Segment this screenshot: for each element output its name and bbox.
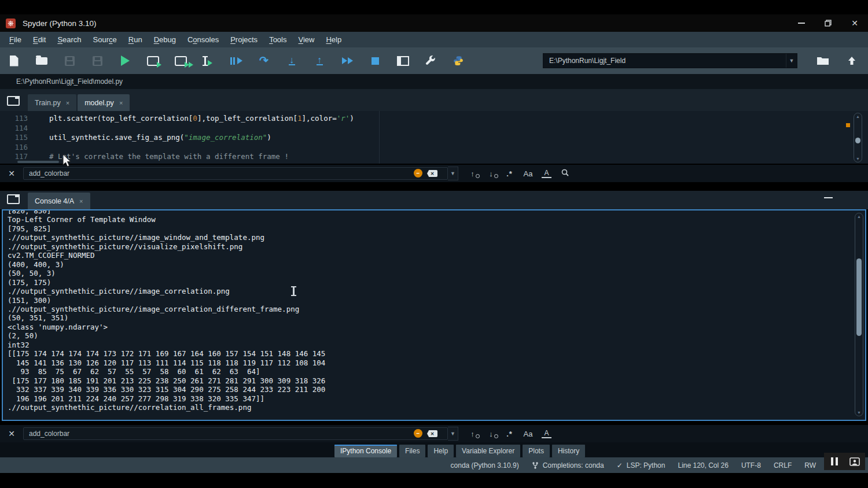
- minimize-button[interactable]: [788, 14, 815, 32]
- lsp-status[interactable]: ✓ LSP: Python: [617, 461, 665, 469]
- console-line: (2, 50): [8, 331, 325, 340]
- debug-file-button[interactable]: [227, 51, 245, 71]
- run-cell-button[interactable]: [144, 51, 162, 71]
- run-cell-advance-button[interactable]: [171, 51, 190, 71]
- console-vscroll-thumb[interactable]: [856, 258, 862, 336]
- whole-words-toggle[interactable]: A: [542, 429, 551, 438]
- run-icon: [121, 56, 130, 66]
- pythonpath-manager-button[interactable]: [449, 51, 468, 71]
- close-button[interactable]: ✕: [841, 14, 868, 32]
- menu-help[interactable]: Help: [320, 33, 347, 46]
- menu-file[interactable]: File: [3, 33, 27, 46]
- find-previous-button[interactable]: ↑: [468, 430, 477, 438]
- tab-console-4a[interactable]: Console 4/A ×: [28, 193, 90, 209]
- menu-search[interactable]: Search: [52, 33, 87, 46]
- bottom-tab-ipython-console[interactable]: IPython Console: [334, 445, 397, 457]
- tab-close-icon[interactable]: ×: [66, 99, 69, 106]
- new-file-button[interactable]: [5, 51, 23, 71]
- debug-step-button[interactable]: ↷: [255, 51, 273, 71]
- conda-env-status[interactable]: conda (Python 3.10.9): [451, 461, 519, 469]
- console-line: cv2.TM_CCOEFF_NORMED: [8, 251, 325, 260]
- console-vscrollbar[interactable]: ▲ ▼: [855, 213, 863, 416]
- parent-directory-button[interactable]: [843, 51, 861, 71]
- completions-icon: [532, 461, 539, 469]
- menu-run[interactable]: Run: [123, 33, 148, 46]
- find-next-button[interactable]: ↓: [486, 430, 496, 438]
- menu-source[interactable]: Source: [87, 33, 123, 46]
- menu-consoles[interactable]: Consoles: [182, 33, 225, 46]
- console-line: 196 196 201 211 224 240 257 277 298 319 …: [8, 394, 325, 403]
- maximize-pane-button[interactable]: [393, 51, 412, 71]
- find-next-button[interactable]: ↓: [486, 169, 496, 178]
- browse-working-directory-button[interactable]: [814, 51, 832, 71]
- eol-status[interactable]: CRLF: [774, 461, 792, 469]
- bottom-tab-plots[interactable]: Plots: [523, 445, 550, 457]
- browse-tabs-icon[interactable]: [7, 96, 20, 106]
- check-icon: ✓: [617, 461, 623, 469]
- tab-train-py[interactable]: Train.py ×: [28, 94, 76, 111]
- tab-model-py[interactable]: model.py ×: [78, 94, 130, 111]
- bottom-tab-help[interactable]: Help: [428, 445, 454, 457]
- scroll-up-icon[interactable]: ▲: [854, 114, 862, 119]
- close-find-icon[interactable]: ✕: [0, 169, 23, 178]
- bottom-tab-variable-explorer[interactable]: Variable Explorer: [456, 445, 520, 457]
- regex-toggle[interactable]: .*: [505, 430, 514, 438]
- search-selection-toggle[interactable]: [560, 169, 570, 178]
- console-corner-icons: [825, 191, 868, 207]
- editor-find-input[interactable]: [23, 167, 448, 180]
- menu-debug[interactable]: Debug: [148, 33, 182, 46]
- bottom-tab-history[interactable]: History: [552, 445, 585, 457]
- menu-projects[interactable]: Projects: [225, 33, 263, 46]
- completions-status[interactable]: Completions: conda: [532, 461, 604, 469]
- clear-search-icon[interactable]: ✕: [427, 430, 437, 437]
- menu-view[interactable]: View: [292, 33, 320, 46]
- preferences-button[interactable]: [421, 51, 440, 71]
- permissions-status[interactable]: RW: [804, 461, 816, 469]
- step-into-button[interactable]: ↓: [282, 51, 301, 71]
- file-path: E:\PythonRun\Ligjt_Field\model.py: [16, 77, 123, 86]
- spyder-logo-icon: [6, 19, 16, 28]
- run-file-button[interactable]: [116, 51, 134, 71]
- code-editor[interactable]: 113114115116117 plt.scatter(top_left_cor…: [0, 111, 868, 164]
- regex-toggle[interactable]: .*: [505, 169, 514, 178]
- pause-recording-button[interactable]: [824, 453, 845, 470]
- run-selection-button[interactable]: [199, 51, 218, 71]
- encoding-status[interactable]: UTF-8: [741, 461, 761, 469]
- ipython-console[interactable]: [820, 850]Top-Left Corner of Template Wi…: [2, 209, 866, 421]
- save-all-button[interactable]: [88, 51, 106, 71]
- editor-hscroll-thumb[interactable]: [17, 161, 59, 163]
- find-previous-button[interactable]: ↑: [468, 169, 477, 178]
- open-file-button[interactable]: [32, 51, 51, 71]
- tab-close-icon[interactable]: ×: [79, 198, 83, 205]
- scroll-down-icon[interactable]: ▼: [855, 410, 863, 415]
- case-sensitive-toggle[interactable]: Aa: [523, 169, 533, 178]
- case-sensitive-toggle[interactable]: Aa: [523, 430, 533, 438]
- browse-tabs-icon[interactable]: [7, 194, 20, 204]
- screenshot-button[interactable]: [845, 453, 866, 470]
- console-line: (50, 50, 3): [8, 269, 325, 278]
- find-history-dropdown[interactable]: ▼: [448, 167, 458, 180]
- step-out-button[interactable]: ↑: [310, 51, 329, 71]
- menu-tools[interactable]: Tools: [263, 33, 292, 46]
- close-find-icon[interactable]: ✕: [0, 429, 23, 438]
- scroll-down-icon[interactable]: ▼: [854, 156, 862, 161]
- restore-button[interactable]: [815, 14, 841, 32]
- run-selection-play-icon: [208, 60, 212, 66]
- continue-button[interactable]: [338, 51, 356, 71]
- editor-vscrollbar[interactable]: ▲ ▼: [854, 113, 862, 162]
- save-file-button[interactable]: [60, 51, 79, 71]
- console-line: (50, 351, 351): [8, 313, 325, 322]
- find-history-dropdown[interactable]: ▼: [448, 427, 458, 441]
- tab-close-icon[interactable]: ×: [119, 99, 123, 106]
- editor-vscroll-thumb[interactable]: [855, 138, 860, 143]
- working-directory-combo[interactable]: E:\PythonRun\Ligjt_Field ▼: [543, 53, 797, 68]
- menu-edit[interactable]: Edit: [27, 33, 52, 46]
- stop-debug-button[interactable]: [366, 51, 384, 71]
- whole-words-toggle[interactable]: A: [542, 169, 551, 178]
- scroll-up-icon[interactable]: ▲: [855, 214, 863, 219]
- screenshot-icon: [849, 457, 860, 466]
- bottom-tab-files[interactable]: Files: [399, 445, 425, 457]
- console-find-input[interactable]: [23, 427, 448, 440]
- working-directory-dropdown[interactable]: ▼: [786, 54, 797, 68]
- clear-search-icon[interactable]: ✕: [427, 170, 437, 177]
